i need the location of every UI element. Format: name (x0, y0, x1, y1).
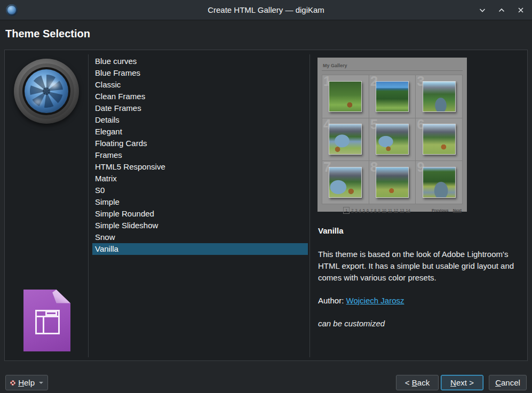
lifebuoy-icon (10, 379, 15, 387)
preview-thumbnail (329, 124, 362, 155)
theme-list-item[interactable]: Frames (92, 149, 308, 161)
preview-cell: 6 (416, 118, 462, 161)
folded-corner (52, 290, 70, 303)
help-dropdown-arrow-icon (39, 382, 43, 384)
page-number: 8 (374, 208, 376, 213)
preview-cell: 8 (369, 161, 416, 204)
theme-list-item[interactable]: Simple (92, 196, 308, 208)
window-titlebar: Create HTML Gallery — digiKam (0, 0, 532, 20)
theme-list-item[interactable]: Elegant (92, 126, 308, 138)
preview-thumbnail (329, 167, 362, 198)
page-number: 2 (351, 208, 353, 213)
page-number: 11 (388, 208, 392, 213)
preview-gallery-title: My Gallery (322, 62, 463, 71)
page-number: 3 (355, 208, 358, 213)
preview-cell: 5 (369, 118, 416, 161)
author-link[interactable]: Wojciech Jarosz (346, 296, 404, 305)
preview-cell: 7 (322, 161, 369, 204)
page-number: 5 (363, 208, 365, 213)
page-number: 4 (359, 208, 361, 213)
theme-title: Vanilla (318, 226, 344, 235)
theme-list-item[interactable]: Classic (92, 79, 308, 91)
preview-cell: 3 (416, 75, 462, 118)
page-number: 14 (406, 208, 410, 213)
html-gallery-document-icon (23, 290, 70, 351)
preview-thumbnail (376, 167, 409, 198)
theme-list: Blue curves Blue Frames Classic Clean Fr… (92, 55, 308, 255)
preview-next-label: Next (453, 208, 462, 213)
chevron-up-icon (497, 6, 506, 14)
theme-list-item[interactable]: Details (92, 114, 308, 126)
preview-thumbnail (423, 167, 456, 198)
page-number: 1 (343, 207, 350, 214)
author-label: Author: (318, 296, 344, 305)
theme-list-item[interactable]: Snow (92, 231, 308, 243)
close-x-icon (517, 6, 525, 14)
content-frame: Blue curves Blue Frames Classic Clean Fr… (4, 50, 528, 361)
close-button[interactable] (514, 3, 528, 17)
page-title: Theme Selection (5, 28, 90, 40)
aperture-blades-icon (25, 69, 68, 113)
theme-details-panel: My Gallery 1 2 3 (314, 50, 527, 360)
preview-cell: 2 (369, 75, 416, 118)
back-button[interactable]: < Back (396, 375, 439, 390)
theme-list-item[interactable]: Date Frames (92, 102, 308, 114)
page-number: 13 (400, 208, 404, 213)
preview-thumbnail (423, 81, 456, 112)
next-button[interactable]: Next > (441, 375, 483, 390)
preview-pagination: 1234567891011121314 PreviousNext (322, 207, 463, 214)
theme-list-item[interactable]: Vanilla (92, 243, 308, 255)
preview-previous-label: Previous (432, 208, 449, 213)
theme-description: This theme is based on the look of Adobe… (318, 248, 527, 284)
separator (88, 54, 89, 357)
minimize-button[interactable] (475, 3, 489, 17)
help-button[interactable]: Help (5, 375, 48, 390)
theme-preview-image: My Gallery 1 2 3 (317, 58, 467, 212)
theme-list-item[interactable]: Blue curves (92, 55, 308, 67)
customization-note: can be customized (318, 319, 385, 328)
theme-list-item[interactable]: Floating Cards (92, 138, 308, 149)
preview-cell: 9 (416, 161, 462, 204)
preview-thumbnail (329, 81, 362, 112)
preview-cell: 4 (322, 118, 369, 161)
preview-thumbnail (376, 124, 409, 155)
cancel-button[interactable]: Cancel (489, 375, 527, 390)
preview-thumbnail (423, 124, 456, 155)
theme-list-item[interactable]: Blue Frames (92, 67, 308, 79)
maximize-button[interactable] (495, 3, 509, 17)
separator (309, 54, 310, 357)
webpage-layout-glyph (35, 310, 60, 334)
chevron-down-icon (478, 6, 487, 14)
theme-list-item[interactable]: S0 (92, 185, 308, 196)
page-number: 12 (394, 208, 398, 213)
theme-list-item[interactable]: HTML5 Responsive (92, 161, 308, 173)
theme-list-item[interactable]: Simple Slideshow (92, 220, 308, 231)
preview-cell: 1 (322, 75, 369, 118)
preview-thumbnail (376, 81, 409, 112)
theme-list-item[interactable]: Matrix (92, 173, 308, 185)
preview-thumbnail-grid: 1 2 3 4 (322, 75, 463, 204)
digikam-lens-logo (14, 59, 79, 124)
preview-page-numbers: 1234567891011121314 (322, 207, 432, 214)
page-number: 10 (382, 208, 386, 213)
theme-list-item[interactable]: Clean Frames (92, 91, 308, 102)
page-number: 9 (378, 208, 380, 213)
page-number: 6 (367, 208, 369, 213)
author-line: Author: Wojciech Jarosz (318, 296, 404, 305)
window-title: Create HTML Gallery — digiKam (0, 5, 532, 14)
theme-list-item[interactable]: Simple Rounded (92, 208, 308, 220)
page-number: 7 (370, 208, 372, 213)
